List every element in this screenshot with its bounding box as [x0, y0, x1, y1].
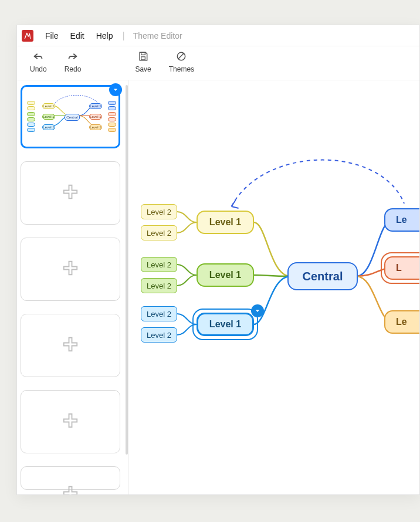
undo-icon: [31, 50, 45, 63]
plus-icon: [62, 183, 79, 203]
node-level1-yellow[interactable]: Level 1: [197, 211, 254, 234]
thumb-l1-green: Level 1: [42, 114, 55, 120]
thumb-l2: [108, 112, 116, 116]
node-level1-orange-right[interactable]: Le: [384, 310, 419, 334]
add-theme-slide[interactable]: [21, 314, 120, 377]
node-dropdown-badge-icon[interactable]: [251, 304, 264, 317]
node-level2-green[interactable]: Level 2: [141, 278, 177, 293]
theme-sidebar: Central Level 1 Level 1 Level 1 Level 1 …: [17, 80, 128, 494]
node-level1-green[interactable]: Level 1: [197, 263, 254, 287]
thumb-l1-blue-r: Level 1: [89, 103, 102, 109]
node-level2-yellow[interactable]: Level 2: [141, 225, 177, 240]
save-label: Save: [135, 65, 151, 73]
svg-point-3: [183, 53, 184, 55]
redo-icon: [66, 50, 80, 63]
plus-icon: [62, 259, 79, 279]
save-icon: [136, 50, 150, 63]
menubar: File Edit Help | Theme Editor: [17, 25, 419, 46]
node-level1-blue-right[interactable]: Le: [384, 208, 419, 232]
thumb-l2: [27, 123, 35, 127]
add-theme-slide[interactable]: [21, 466, 120, 490]
node-level2-green[interactable]: Level 2: [141, 257, 177, 272]
add-theme-slide[interactable]: [21, 390, 120, 453]
app-logo-icon: [22, 30, 33, 42]
thumb-l2: [108, 117, 116, 121]
node-level1-red-right[interactable]: L: [384, 256, 419, 280]
toolbar: Undo Redo Save Themes: [17, 46, 419, 80]
redo-button[interactable]: Redo: [62, 50, 84, 73]
thumb-l1-blue: Level 1: [42, 124, 55, 130]
add-theme-slide[interactable]: [21, 161, 120, 225]
undo-button[interactable]: Undo: [28, 50, 49, 73]
sidebar-scrollbar[interactable]: [126, 85, 128, 455]
app-window: File Edit Help | Theme Editor Undo Redo …: [16, 25, 420, 495]
thumb-l2: [27, 112, 35, 116]
context-label: Theme Editor: [130, 31, 182, 40]
menu-separator: |: [120, 30, 127, 41]
plus-icon: [62, 335, 79, 355]
themes-button[interactable]: Themes: [167, 50, 197, 73]
menu-file[interactable]: File: [40, 29, 63, 43]
body-row: Central Level 1 Level 1 Level 1 Level 1 …: [17, 80, 419, 494]
thumb-l2: [27, 101, 35, 105]
node-level2-blue[interactable]: Level 2: [141, 306, 177, 321]
mindmap-canvas[interactable]: Central Level 1 Level 1 Level 1 Level 2 …: [128, 80, 419, 494]
thumb-l2: [108, 123, 116, 127]
thumb-l2: [27, 117, 35, 121]
thumb-l2: [108, 128, 116, 132]
thumb-central: Central: [65, 114, 80, 121]
thumb-l1-orange-r: Level 1: [89, 124, 102, 130]
redo-label: Redo: [65, 65, 82, 73]
thumb-l1-red-r: Level 1: [89, 114, 102, 120]
thumb-l1-yellow: Level 1: [42, 103, 55, 109]
save-button[interactable]: Save: [133, 50, 153, 73]
themes-icon: [174, 50, 188, 63]
theme-slide-1[interactable]: Central Level 1 Level 1 Level 1 Level 1 …: [21, 85, 120, 148]
menu-help[interactable]: Help: [92, 29, 118, 43]
node-central[interactable]: Central: [287, 262, 358, 290]
node-level1-blue[interactable]: Level 1: [197, 313, 254, 336]
plus-icon: [62, 412, 79, 432]
undo-label: Undo: [30, 65, 47, 73]
thumb-l2: [27, 128, 35, 132]
thumb-l2: [108, 101, 116, 105]
node-level2-blue[interactable]: Level 2: [141, 327, 177, 343]
svg-rect-1: [141, 57, 145, 60]
thumb-l2: [108, 106, 116, 110]
thumb-l2: [27, 106, 35, 110]
node-level2-yellow[interactable]: Level 2: [141, 204, 177, 219]
themes-label: Themes: [169, 65, 194, 73]
plus-icon: [62, 484, 79, 494]
add-theme-slide[interactable]: [21, 238, 120, 301]
menu-edit[interactable]: Edit: [66, 29, 89, 43]
